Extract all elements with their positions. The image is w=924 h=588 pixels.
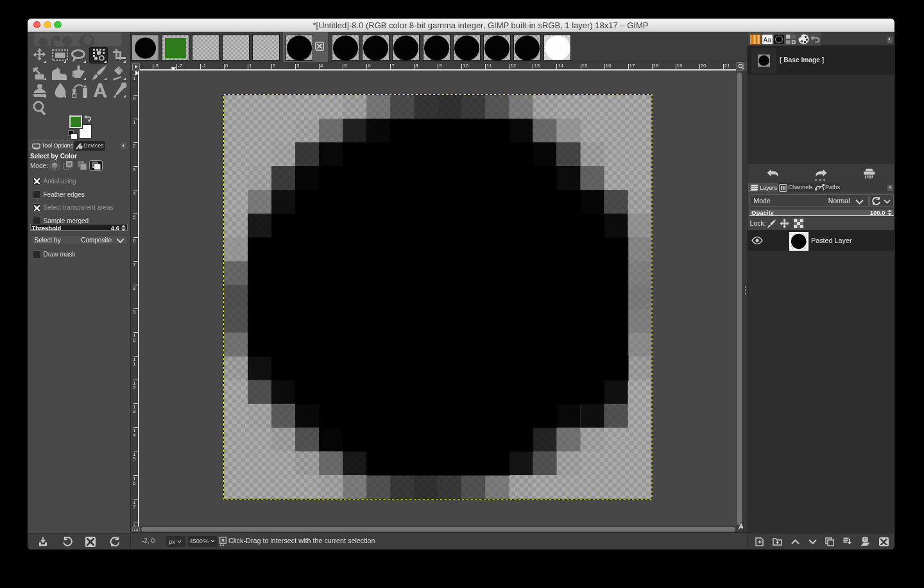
svg-text:i: i — [80, 145, 80, 149]
svg-text:Aa: Aa — [764, 36, 772, 43]
